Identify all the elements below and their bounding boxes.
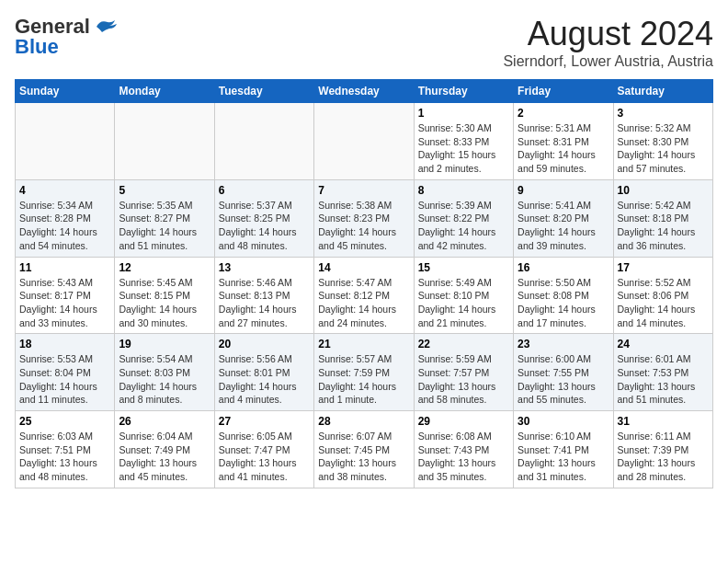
calendar-day-cell: [314, 103, 414, 180]
calendar-day-cell: 2Sunrise: 5:31 AM Sunset: 8:31 PM Daylig…: [514, 103, 613, 180]
location-title: Sierndorf, Lower Austria, Austria: [503, 53, 713, 70]
calendar-day-cell: 29Sunrise: 6:08 AM Sunset: 7:43 PM Dayli…: [414, 411, 513, 488]
day-info: Sunrise: 5:35 AM Sunset: 8:27 PM Dayligh…: [119, 199, 210, 253]
calendar-day-cell: 5Sunrise: 5:35 AM Sunset: 8:27 PM Daylig…: [115, 179, 214, 257]
calendar-day-cell: 18Sunrise: 5:53 AM Sunset: 8:04 PM Dayli…: [16, 334, 115, 411]
calendar-day-cell: [115, 103, 214, 180]
month-title: August 2024: [503, 15, 713, 53]
calendar-table: SundayMondayTuesdayWednesdayThursdayFrid…: [15, 79, 713, 488]
logo: General Blue: [15, 15, 119, 59]
day-info: Sunrise: 5:47 AM Sunset: 8:12 PM Dayligh…: [318, 276, 409, 330]
calendar-day-cell: 8Sunrise: 5:39 AM Sunset: 8:22 PM Daylig…: [414, 179, 513, 257]
day-number: 16: [518, 261, 609, 274]
calendar-day-cell: 26Sunrise: 6:04 AM Sunset: 7:49 PM Dayli…: [115, 411, 214, 488]
title-block: August 2024 Sierndorf, Lower Austria, Au…: [503, 15, 713, 70]
weekday-header-monday: Monday: [115, 80, 214, 103]
day-number: 5: [119, 184, 210, 197]
calendar-day-cell: 19Sunrise: 5:54 AM Sunset: 8:03 PM Dayli…: [115, 334, 214, 411]
calendar-day-cell: 17Sunrise: 5:52 AM Sunset: 8:06 PM Dayli…: [613, 257, 712, 334]
day-number: 31: [618, 415, 709, 428]
calendar-day-cell: 21Sunrise: 5:57 AM Sunset: 7:59 PM Dayli…: [314, 334, 414, 411]
calendar-day-cell: 15Sunrise: 5:49 AM Sunset: 8:10 PM Dayli…: [414, 257, 513, 334]
day-info: Sunrise: 5:34 AM Sunset: 8:28 PM Dayligh…: [19, 199, 110, 253]
calendar-day-cell: 22Sunrise: 5:59 AM Sunset: 7:57 PM Dayli…: [414, 334, 513, 411]
day-info: Sunrise: 6:10 AM Sunset: 7:41 PM Dayligh…: [518, 430, 609, 484]
day-number: 25: [19, 415, 110, 428]
day-number: 11: [19, 261, 110, 274]
calendar-day-cell: [16, 103, 115, 180]
weekday-header-tuesday: Tuesday: [214, 80, 313, 103]
calendar-week-row: 1Sunrise: 5:30 AM Sunset: 8:33 PM Daylig…: [16, 103, 713, 180]
weekday-header-sunday: Sunday: [16, 80, 115, 103]
calendar-day-cell: 7Sunrise: 5:38 AM Sunset: 8:23 PM Daylig…: [314, 179, 414, 257]
day-info: Sunrise: 5:49 AM Sunset: 8:10 PM Dayligh…: [418, 276, 509, 330]
day-number: 14: [318, 261, 409, 274]
calendar-week-row: 18Sunrise: 5:53 AM Sunset: 8:04 PM Dayli…: [16, 334, 713, 411]
calendar-day-cell: 6Sunrise: 5:37 AM Sunset: 8:25 PM Daylig…: [214, 179, 313, 257]
day-number: 20: [219, 338, 310, 350]
calendar-day-cell: [214, 103, 313, 180]
day-number: 2: [518, 107, 609, 120]
day-number: 30: [518, 415, 609, 428]
calendar-day-cell: 30Sunrise: 6:10 AM Sunset: 7:41 PM Dayli…: [514, 411, 613, 488]
logo-bird-icon: [93, 17, 119, 36]
day-number: 9: [518, 184, 609, 197]
day-number: 18: [19, 338, 110, 350]
day-info: Sunrise: 6:07 AM Sunset: 7:45 PM Dayligh…: [318, 430, 409, 484]
day-info: Sunrise: 5:54 AM Sunset: 8:03 PM Dayligh…: [119, 352, 210, 407]
calendar-week-row: 11Sunrise: 5:43 AM Sunset: 8:17 PM Dayli…: [16, 257, 713, 334]
day-number: 7: [318, 184, 409, 197]
day-number: 24: [618, 338, 709, 350]
day-number: 4: [19, 184, 110, 197]
weekday-header-friday: Friday: [514, 80, 613, 103]
calendar-day-cell: 3Sunrise: 5:32 AM Sunset: 8:30 PM Daylig…: [613, 103, 712, 180]
calendar-day-cell: 31Sunrise: 6:11 AM Sunset: 7:39 PM Dayli…: [613, 411, 712, 488]
day-number: 13: [219, 261, 310, 274]
day-info: Sunrise: 6:01 AM Sunset: 7:53 PM Dayligh…: [618, 352, 709, 407]
calendar-day-cell: 13Sunrise: 5:46 AM Sunset: 8:13 PM Dayli…: [214, 257, 313, 334]
day-number: 29: [418, 415, 509, 428]
calendar-day-cell: 1Sunrise: 5:30 AM Sunset: 8:33 PM Daylig…: [414, 103, 513, 180]
day-info: Sunrise: 5:38 AM Sunset: 8:23 PM Dayligh…: [318, 199, 409, 253]
day-info: Sunrise: 6:04 AM Sunset: 7:49 PM Dayligh…: [119, 430, 210, 484]
calendar-day-cell: 12Sunrise: 5:45 AM Sunset: 8:15 PM Dayli…: [115, 257, 214, 334]
weekday-header-saturday: Saturday: [613, 80, 712, 103]
day-info: Sunrise: 5:42 AM Sunset: 8:18 PM Dayligh…: [618, 199, 709, 253]
day-info: Sunrise: 5:52 AM Sunset: 8:06 PM Dayligh…: [618, 276, 709, 330]
calendar-day-cell: 14Sunrise: 5:47 AM Sunset: 8:12 PM Dayli…: [314, 257, 414, 334]
day-info: Sunrise: 5:45 AM Sunset: 8:15 PM Dayligh…: [119, 276, 210, 330]
day-info: Sunrise: 5:53 AM Sunset: 8:04 PM Dayligh…: [19, 352, 110, 407]
day-number: 6: [219, 184, 310, 197]
day-info: Sunrise: 5:31 AM Sunset: 8:31 PM Dayligh…: [518, 121, 609, 176]
day-info: Sunrise: 6:11 AM Sunset: 7:39 PM Dayligh…: [618, 430, 709, 484]
calendar-day-cell: 10Sunrise: 5:42 AM Sunset: 8:18 PM Dayli…: [613, 179, 712, 257]
calendar-day-cell: 25Sunrise: 6:03 AM Sunset: 7:51 PM Dayli…: [16, 411, 115, 488]
day-info: Sunrise: 5:50 AM Sunset: 8:08 PM Dayligh…: [518, 276, 609, 330]
calendar-week-row: 25Sunrise: 6:03 AM Sunset: 7:51 PM Dayli…: [16, 411, 713, 488]
calendar-day-cell: 9Sunrise: 5:41 AM Sunset: 8:20 PM Daylig…: [514, 179, 613, 257]
calendar-day-cell: 4Sunrise: 5:34 AM Sunset: 8:28 PM Daylig…: [16, 179, 115, 257]
day-number: 21: [318, 338, 409, 350]
logo-blue-text: Blue: [15, 35, 59, 59]
day-number: 15: [418, 261, 509, 274]
day-number: 28: [318, 415, 409, 428]
calendar-day-cell: 28Sunrise: 6:07 AM Sunset: 7:45 PM Dayli…: [314, 411, 414, 488]
calendar-week-row: 4Sunrise: 5:34 AM Sunset: 8:28 PM Daylig…: [16, 179, 713, 257]
day-number: 22: [418, 338, 509, 350]
page-header: General Blue August 2024 Sierndorf, Lowe…: [15, 15, 713, 70]
day-number: 26: [119, 415, 210, 428]
day-number: 3: [618, 107, 709, 120]
weekday-header-thursday: Thursday: [414, 80, 513, 103]
day-info: Sunrise: 5:59 AM Sunset: 7:57 PM Dayligh…: [418, 352, 509, 407]
calendar-day-cell: 23Sunrise: 6:00 AM Sunset: 7:55 PM Dayli…: [514, 334, 613, 411]
day-info: Sunrise: 5:57 AM Sunset: 7:59 PM Dayligh…: [318, 352, 409, 407]
day-info: Sunrise: 6:03 AM Sunset: 7:51 PM Dayligh…: [19, 430, 110, 484]
day-info: Sunrise: 5:41 AM Sunset: 8:20 PM Dayligh…: [518, 199, 609, 253]
calendar-day-cell: 20Sunrise: 5:56 AM Sunset: 8:01 PM Dayli…: [214, 334, 313, 411]
weekday-header-wednesday: Wednesday: [314, 80, 414, 103]
day-info: Sunrise: 5:56 AM Sunset: 8:01 PM Dayligh…: [219, 352, 310, 407]
day-info: Sunrise: 5:30 AM Sunset: 8:33 PM Dayligh…: [418, 121, 509, 176]
calendar-day-cell: 27Sunrise: 6:05 AM Sunset: 7:47 PM Dayli…: [214, 411, 313, 488]
calendar-day-cell: 16Sunrise: 5:50 AM Sunset: 8:08 PM Dayli…: [514, 257, 613, 334]
day-number: 19: [119, 338, 210, 350]
